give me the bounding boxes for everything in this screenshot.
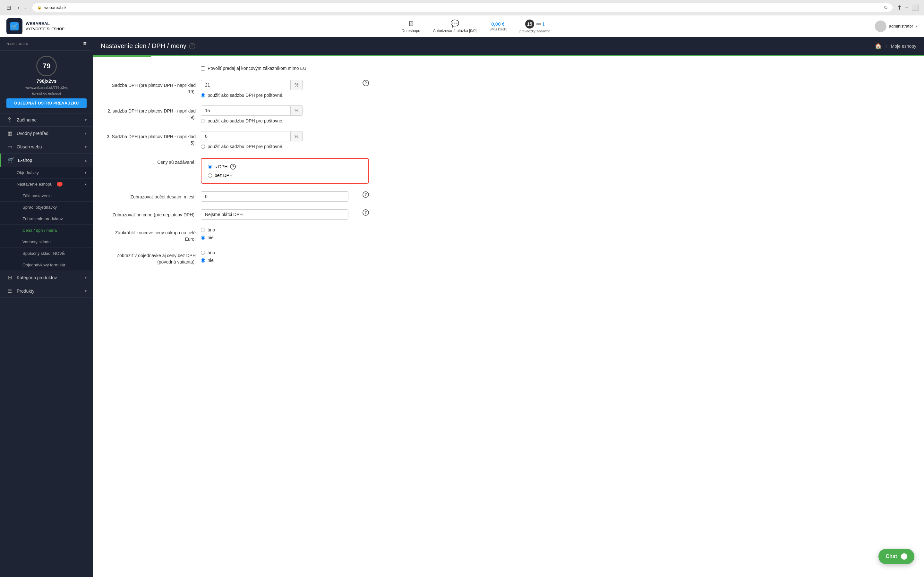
uvod-label: Úvodný prehľad [17, 131, 48, 136]
item-label-with-badge: Nastavenie eshopu 1 [17, 182, 63, 187]
nastavenie-chevron-icon: ▴ [85, 182, 87, 186]
sidebar-item-kategoria[interactable]: ⊟ Kategória produktov ▾ [0, 271, 93, 284]
zaokr-ano-radio[interactable] [201, 228, 205, 232]
eu-control-area: Povoliť predaj aj koncovým zákazníkom mi… [201, 63, 369, 73]
top-bar: 🛒 WEBAREAL VYTVORTE SI ESHOP 🖥 Do eshopu… [0, 15, 924, 37]
sidebar-item-produkty[interactable]: ☰ Produkty ▾ [0, 284, 93, 298]
new-tab-icon[interactable]: + [905, 4, 909, 11]
zaokr-ano-row: áno [201, 227, 369, 232]
pri-cene-help-icon[interactable]: ? [363, 210, 369, 216]
page-title-text: Nastavenie cien / DPH / meny [101, 42, 186, 50]
kategoria-label: Kategória produktov [17, 275, 57, 280]
pri-cene-label: Zobrazovať pri cene (pre neplatcov DPH): [106, 210, 196, 218]
sadzba2-radio-row: použiť ako sadzbu DPH pre poštovné. [201, 118, 369, 123]
desatin-input[interactable] [201, 191, 349, 201]
back-btn[interactable]: ‹ [16, 3, 21, 11]
breadcrumb-link[interactable]: Moje eshopy [891, 44, 916, 49]
ceny-row: Ceny sú zadávané: s DPH ? bez DPH [106, 157, 369, 184]
zaokr-nie-row: nie [201, 235, 369, 240]
sadzba3-controls: % použiť ako sadzbu DPH pre poštovné. [201, 131, 369, 149]
varianty-label: Varianty skladu [23, 239, 51, 244]
form-content: Povoliť predaj aj koncovým zákazníkom mi… [93, 57, 382, 279]
chat-bubble-icon: 💬 [451, 19, 459, 28]
autorizovana-label: Autorizovaná otázka [0/0] [433, 29, 477, 33]
sadzba3-input[interactable] [201, 131, 291, 141]
ceny-bez-dph-label: bez DPH [215, 173, 233, 178]
content-area: Nastavenie cien / DPH / meny ? 🏠 ‹ Moje … [93, 37, 924, 577]
user-visit-link[interactable]: (prejsť do eshopu) [32, 91, 61, 95]
order-btn[interactable]: OBJEDNAŤ OSTRÚ PREVÁDZKU [6, 98, 87, 108]
eu-checkbox-text: Povoliť predaj aj koncovým zákazníkom mi… [208, 66, 306, 71]
sub-item-objednavkovy-formular[interactable]: Objednávkový formulár [0, 259, 93, 271]
hamburger-icon[interactable]: ≡ [83, 40, 87, 47]
item-label-with-badge: Spoločný sklad NOVÉ [23, 251, 65, 256]
sidebar-item-obsah[interactable]: ▭ Obsah webu ▾ [0, 140, 93, 153]
zobrazit-nie-radio[interactable] [201, 258, 205, 263]
sidebar-toggle-btn[interactable]: ⊟ [5, 3, 13, 12]
sub-item-spoloc-sklad[interactable]: Spoločný sklad NOVÉ [0, 248, 93, 259]
ceny-s-dph-radio[interactable] [208, 165, 212, 169]
sadzba2-row: 2. sadzba DPH (pre platcov DPH - napríkl… [106, 105, 369, 123]
chat-widget[interactable]: Chat [879, 549, 914, 564]
top-bar-right: administrator ▾ [875, 21, 918, 32]
zobrazit-ano-row: áno [201, 250, 369, 255]
address-bar[interactable]: 🔒 webareal.sk ↻ [32, 3, 893, 12]
browser-actions: ⬆ + ⬜ [897, 4, 919, 11]
chat-label: Chat [885, 554, 897, 559]
checkbox-row-eu: Povoliť predaj aj koncovým zákazníkom mi… [106, 63, 369, 73]
pri-cene-row: Zobrazovať pri cene (pre neplatcov DPH):… [106, 210, 369, 219]
cena-dph-label: Cena / dph / mena [23, 228, 57, 233]
uvod-icon: ▦ [6, 130, 13, 136]
sadzba3-radio[interactable] [201, 145, 205, 149]
kategoria-icon: ⊟ [6, 274, 13, 280]
page-help-icon[interactable]: ? [189, 43, 195, 49]
sub-item-varianty[interactable]: Varianty skladu [0, 236, 93, 248]
sadzba2-label: 2. sadzba DPH (pre platcov DPH - napríkl… [106, 105, 196, 121]
sub-item-zobrazenie-produktov[interactable]: Zobrazenie produktov [0, 213, 93, 225]
obsah-label: Obsah webu [17, 144, 42, 149]
sidebar-item-eshop[interactable]: 🛒 E-shop ▴ [0, 153, 93, 167]
info-icon[interactable]: ℹ [543, 21, 544, 27]
home-icon[interactable]: 🏠 [875, 43, 882, 50]
reload-icon[interactable]: ↻ [884, 5, 888, 11]
sub-item-nastavenie-eshopu[interactable]: Nastavenie eshopu 1 ▴ [0, 179, 93, 190]
sadzba2-radio[interactable] [201, 119, 205, 123]
do-eshopu-link[interactable]: 🖥 Do eshopu [402, 19, 420, 33]
sadzba3-label: 3. Sadzba DPH (pre platcov DPH - napríkl… [106, 131, 196, 146]
desatin-row: Zobrazovať počet desatin. miest: ? [106, 191, 369, 201]
logo-icon: 🛒 [6, 18, 23, 34]
desatin-help-icon[interactable]: ? [363, 191, 369, 198]
autorizovana-link[interactable]: 💬 Autorizovaná otázka [0/0] [433, 19, 477, 33]
sub-item-cena-dph[interactable]: Cena / dph / mena [0, 225, 93, 236]
eu-checkbox-label[interactable]: Povoliť predaj aj koncovým zákazníkom mi… [201, 63, 369, 73]
pri-cene-input[interactable] [201, 210, 349, 219]
sidebar-item-zaciname[interactable]: ⏱ Začíname ▾ [0, 113, 93, 127]
eshop-chevron-icon: ▴ [85, 158, 87, 163]
sadzba-dph-input[interactable] [201, 80, 291, 90]
lock-icon: 🔒 [37, 5, 42, 10]
zaokr-nie-radio[interactable] [201, 235, 205, 240]
zobrazit-ano-radio[interactable] [201, 251, 205, 255]
sadzba-dph-help-icon[interactable]: ? [363, 80, 369, 86]
objednavkovy-label: Objednávkový formulár [23, 263, 65, 268]
ceny-s-dph-help-icon[interactable]: ? [230, 164, 236, 169]
zaokr-controls: áno nie [201, 227, 369, 240]
forward-btn[interactable]: › [23, 3, 28, 11]
sub-item-objednavky[interactable]: Objednávky ▾ [0, 167, 93, 179]
zaciname-chevron-icon: ▾ [85, 118, 87, 122]
zaokr-row: Zaokrúhliť koncové ceny nákupu na celé E… [106, 227, 369, 242]
sadzba3-row: 3. Sadzba DPH (pre platcov DPH - napríkl… [106, 131, 369, 149]
sadzba-dph-radio[interactable] [201, 93, 205, 97]
zaokr-ano-label: áno [208, 227, 215, 232]
admin-area[interactable]: administrator ▾ [875, 21, 918, 32]
uvod-chevron-icon: ▾ [85, 131, 87, 135]
sidebar-item-uvod[interactable]: ▦ Úvodný prehľad ▾ [0, 127, 93, 140]
sub-item-zakl-nastavenie[interactable]: Zákl.nastavenie [0, 190, 93, 201]
sadzba2-input[interactable] [201, 105, 291, 116]
nav-label: Navigácia [6, 42, 28, 46]
tabs-icon[interactable]: ⬜ [912, 4, 919, 11]
sub-item-sprac-objednavky[interactable]: Sprac. objednávky [0, 201, 93, 213]
eu-checkbox[interactable] [201, 66, 205, 71]
ceny-bez-dph-radio[interactable] [208, 173, 212, 177]
share-icon[interactable]: ⬆ [897, 4, 902, 11]
